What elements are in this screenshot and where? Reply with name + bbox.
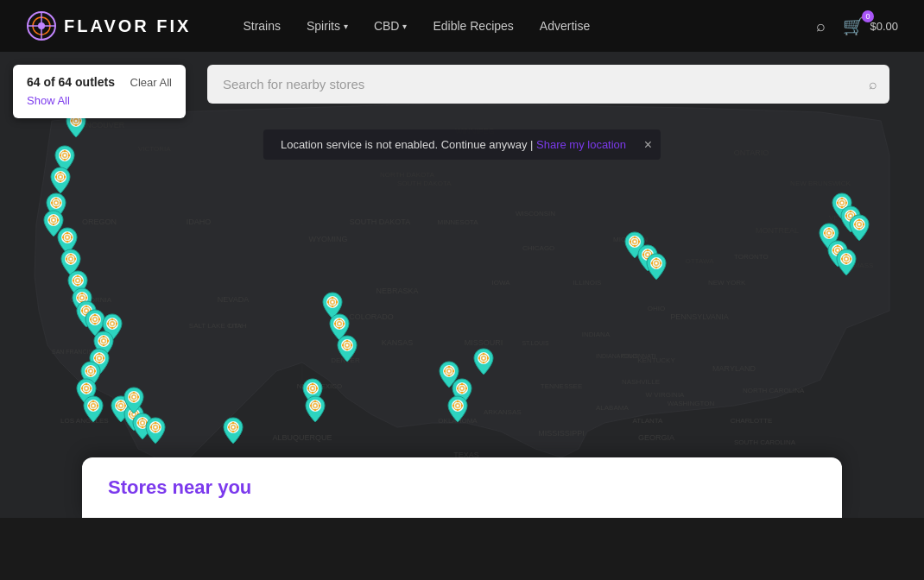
- svg-point-292: [342, 344, 344, 346]
- svg-point-137: [70, 258, 73, 261]
- svg-point-98: [64, 150, 66, 152]
- svg-point-412: [841, 258, 843, 260]
- svg-text:SOUTH CAROLINA: SOUTH CAROLINA: [734, 438, 796, 446]
- svg-point-267: [232, 431, 234, 432]
- svg-point-378: [850, 211, 851, 212]
- share-location-link[interactable]: Share my location: [536, 138, 626, 151]
- svg-point-307: [314, 409, 316, 411]
- svg-point-290: [346, 340, 348, 342]
- svg-point-281: [339, 323, 341, 325]
- nav-advertise[interactable]: Advertise: [540, 19, 590, 33]
- map-pin[interactable]: [82, 395, 104, 423]
- svg-point-260: [129, 396, 130, 398]
- svg-point-177: [111, 323, 114, 325]
- map-pin[interactable]: [49, 167, 72, 194]
- svg-point-212: [81, 388, 83, 389]
- svg-point-332: [453, 405, 454, 407]
- map-pin[interactable]: [123, 387, 145, 414]
- svg-point-227: [120, 409, 122, 411]
- svg-point-323: [461, 392, 463, 394]
- svg-point-157: [85, 297, 87, 299]
- svg-point-156: [77, 297, 79, 299]
- svg-point-348: [630, 241, 631, 243]
- svg-point-193: [98, 357, 101, 360]
- search-submit-button[interactable]: ⌕: [869, 77, 877, 92]
- svg-point-308: [310, 405, 312, 407]
- map-pin[interactable]: [336, 335, 358, 362]
- svg-point-266: [232, 422, 234, 424]
- svg-point-325: [465, 388, 467, 389]
- svg-text:ST.LOUIS: ST.LOUIS: [522, 340, 548, 346]
- svg-point-305: [314, 405, 317, 407]
- svg-point-413: [850, 258, 851, 260]
- svg-point-393: [828, 232, 831, 235]
- svg-text:NORTH CAROLINA: NORTH CAROLINA: [743, 387, 805, 394]
- svg-point-4: [38, 22, 45, 29]
- svg-point-153: [81, 297, 84, 299]
- map-pin[interactable]: [835, 249, 858, 276]
- map-pin[interactable]: [144, 417, 167, 444]
- svg-point-333: [461, 405, 463, 407]
- svg-text:OHIO: OHIO: [648, 305, 665, 312]
- map-pin[interactable]: [446, 395, 469, 423]
- search-icon[interactable]: ⌕: [816, 17, 826, 35]
- svg-point-148: [73, 280, 74, 281]
- svg-text:MISSOURI: MISSOURI: [465, 338, 503, 347]
- nav-strains[interactable]: Strains: [243, 19, 281, 33]
- cbd-chevron-icon: ▾: [402, 22, 407, 31]
- svg-text:ALBUQUERQUE: ALBUQUERQUE: [272, 433, 332, 442]
- location-close-button[interactable]: ×: [644, 137, 652, 153]
- svg-text:CINCINNATI: CINCINNATI: [622, 353, 656, 359]
- svg-point-226: [120, 400, 122, 402]
- svg-point-284: [334, 323, 336, 325]
- svg-point-330: [457, 400, 459, 402]
- svg-point-346: [634, 236, 636, 238]
- logo[interactable]: FLAVOR FIX: [26, 10, 191, 41]
- svg-text:IOWA: IOWA: [491, 279, 510, 287]
- map-pin[interactable]: [222, 417, 244, 444]
- clear-all-button[interactable]: Clear All: [130, 76, 172, 89]
- nav-edible-recipes[interactable]: Edible Recipes: [433, 19, 513, 33]
- svg-text:NEW BRUNSWICK: NEW BRUNSWICK: [790, 180, 851, 187]
- svg-point-106: [60, 172, 61, 173]
- nav-spirits[interactable]: Spirits ▾: [307, 19, 348, 33]
- svg-point-395: [828, 236, 830, 238]
- svg-point-228: [116, 405, 117, 407]
- spirits-chevron-icon: ▾: [344, 22, 348, 31]
- search-input[interactable]: [207, 65, 889, 104]
- svg-text:NASHVILLE: NASHVILLE: [622, 378, 660, 386]
- svg-text:NORTH DAKOTA: NORTH DAKOTA: [380, 171, 434, 179]
- svg-point-261: [137, 396, 139, 398]
- svg-point-221: [97, 405, 98, 407]
- search-box: ⌕: [207, 65, 889, 104]
- svg-point-133: [71, 236, 73, 238]
- svg-point-124: [48, 219, 50, 221]
- svg-point-179: [111, 327, 113, 329]
- cart-button[interactable]: 🛒 0 $0.00: [843, 16, 898, 36]
- svg-text:ALABAMA: ALABAMA: [596, 404, 629, 412]
- svg-point-132: [62, 236, 64, 238]
- svg-point-101: [68, 154, 70, 156]
- map-pin[interactable]: [645, 253, 668, 281]
- svg-point-178: [111, 318, 113, 320]
- svg-point-244: [137, 422, 139, 424]
- svg-point-268: [228, 426, 230, 428]
- svg-text:ARKANSAS: ARKANSAS: [484, 408, 522, 416]
- svg-point-274: [332, 297, 333, 299]
- map-pin[interactable]: [472, 348, 495, 375]
- svg-point-365: [660, 262, 661, 264]
- svg-point-265: [232, 426, 235, 429]
- svg-point-317: [453, 370, 454, 372]
- svg-point-321: [461, 388, 464, 390]
- svg-text:W VIRGINIA: W VIRGINIA: [646, 391, 686, 399]
- map-background: OREGON CALIFORNIA IDAHO NEVADA UTAH WYOM…: [0, 52, 924, 518]
- map-pin[interactable]: [304, 395, 326, 423]
- nav-cbd[interactable]: CBD ▾: [374, 19, 408, 33]
- map-pin[interactable]: [848, 214, 870, 242]
- svg-point-315: [448, 375, 450, 376]
- svg-point-372: [837, 202, 839, 204]
- show-all-button[interactable]: Show All: [27, 94, 70, 107]
- svg-point-341: [487, 357, 489, 359]
- svg-point-203: [90, 375, 92, 376]
- svg-point-316: [444, 370, 446, 372]
